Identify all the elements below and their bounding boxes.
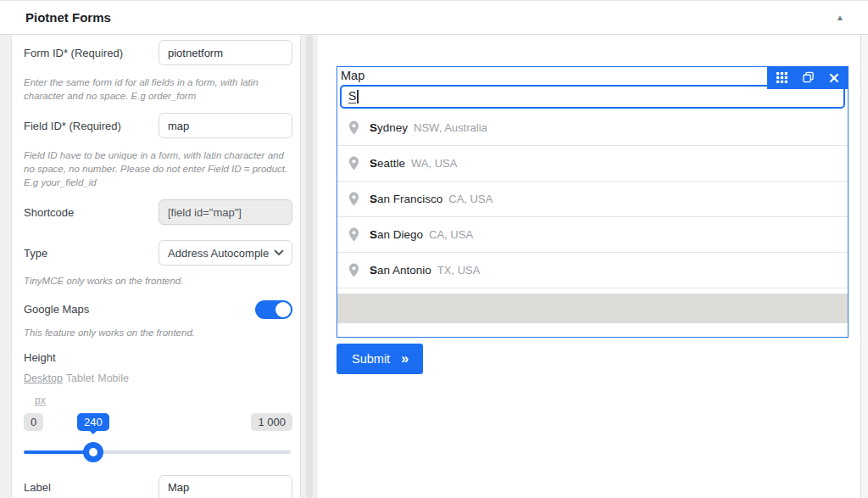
shortcode-row: Shortcode bbox=[24, 199, 292, 225]
map-field-widget[interactable]: Map S Sydney NSW, Australia Seattle WA, … bbox=[337, 66, 849, 338]
slider-value-badge: 240 bbox=[77, 413, 109, 431]
preview-panel: Map S Sydney NSW, Australia Seattle WA, … bbox=[318, 35, 861, 498]
slider-handle[interactable] bbox=[83, 442, 103, 462]
pin-icon bbox=[348, 120, 359, 135]
device-mobile[interactable]: Mobile bbox=[97, 372, 129, 384]
pin-icon bbox=[348, 156, 359, 171]
collapse-up-icon[interactable]: ▲ bbox=[836, 13, 844, 22]
type-row: Type Address Autocomple bbox=[24, 240, 292, 266]
suggestion-item[interactable]: Seattle WA, USA bbox=[337, 146, 848, 182]
chevron-down-icon bbox=[274, 249, 284, 256]
slider-badges: 0 240 1 000 bbox=[24, 413, 292, 432]
device-desktop[interactable]: Desktop bbox=[24, 372, 63, 384]
pin-icon bbox=[348, 227, 359, 242]
pin-icon bbox=[348, 192, 359, 206]
form-id-row: Form ID* (Required) bbox=[24, 40, 292, 65]
suggestion-city: San Antonio bbox=[370, 264, 431, 277]
suggestion-item[interactable]: San Antonio TX, USA bbox=[337, 253, 848, 288]
slider-max-badge: 1 000 bbox=[251, 413, 292, 431]
type-label: Type bbox=[24, 247, 47, 260]
widget-toolbar bbox=[767, 66, 849, 89]
text-caret bbox=[357, 90, 359, 104]
suggestion-city: Sydney bbox=[370, 121, 408, 134]
field-id-row: Field ID* (Required) bbox=[24, 113, 292, 138]
toggle-knob bbox=[275, 302, 291, 317]
panel-scrollbar[interactable] bbox=[306, 35, 313, 498]
form-id-help: Enter the same form id for all fields in… bbox=[24, 76, 292, 103]
google-maps-help: This feature only works on the frontend. bbox=[24, 326, 292, 339]
close-icon[interactable] bbox=[823, 66, 845, 89]
type-select[interactable]: Address Autocomple bbox=[159, 240, 292, 266]
suggestion-city: Seattle bbox=[370, 157, 405, 170]
suggestion-region: TX, USA bbox=[437, 264, 481, 277]
type-help: TinyMCE only works on the frontend. bbox=[24, 274, 292, 288]
suggestion-region: WA, USA bbox=[411, 157, 457, 170]
suggestion-item[interactable]: Sydney NSW, Australia bbox=[337, 110, 848, 146]
submit-button[interactable]: Submit » bbox=[337, 344, 423, 374]
google-maps-row: Google Maps bbox=[24, 300, 292, 319]
unit-link[interactable]: px bbox=[35, 394, 46, 406]
label-field-label: Label bbox=[24, 481, 51, 494]
form-id-label: Form ID* (Required) bbox=[24, 47, 123, 59]
field-id-label: Field ID* (Required) bbox=[24, 120, 121, 132]
suggestion-region: NSW, Australia bbox=[414, 121, 487, 134]
label-input[interactable] bbox=[159, 475, 292, 498]
window-gutter bbox=[861, 35, 868, 498]
form-id-input[interactable] bbox=[159, 40, 292, 65]
settings-panel: Form ID* (Required) Enter the same form … bbox=[11, 35, 301, 498]
device-switcher: DesktopTabletMobile bbox=[24, 372, 292, 384]
pin-icon bbox=[348, 263, 359, 277]
typed-text: S bbox=[348, 90, 356, 104]
label-row: Label bbox=[24, 475, 292, 498]
google-maps-label: Google Maps bbox=[24, 303, 89, 316]
duplicate-icon[interactable] bbox=[797, 66, 819, 89]
type-select-value: Address Autocomple bbox=[168, 247, 269, 260]
device-tablet[interactable]: Tablet bbox=[66, 372, 94, 384]
suggestion-item[interactable]: San Diego CA, USA bbox=[337, 217, 848, 253]
field-id-input[interactable] bbox=[159, 113, 292, 138]
height-label: Height bbox=[24, 351, 292, 364]
suggestion-region: CA, USA bbox=[429, 228, 473, 241]
page-title: Piotnet Forms bbox=[25, 10, 111, 25]
submit-label: Submit bbox=[352, 352, 390, 366]
plugin-header: Piotnet Forms ▲ bbox=[0, 0, 868, 35]
slider-min-badge: 0 bbox=[24, 413, 43, 431]
autocomplete-suggestions: Sydney NSW, Australia Seattle WA, USA Sa… bbox=[337, 110, 848, 288]
double-chevron-right-icon: » bbox=[401, 351, 408, 367]
suggestion-city: San Diego bbox=[370, 228, 423, 241]
grid-icon[interactable] bbox=[771, 66, 793, 89]
suggestion-city: San Francisco bbox=[370, 193, 442, 205]
shortcode-input bbox=[159, 199, 292, 225]
height-slider[interactable] bbox=[24, 441, 292, 463]
suggestion-item[interactable]: San Francisco CA, USA bbox=[337, 182, 848, 217]
suggestion-region: CA, USA bbox=[448, 193, 492, 205]
field-id-help: Field ID have to be unique in a form, wi… bbox=[24, 148, 292, 189]
autocomplete-footer-bar bbox=[337, 294, 848, 323]
google-maps-toggle[interactable] bbox=[255, 300, 292, 319]
shortcode-label: Shortcode bbox=[24, 206, 74, 219]
